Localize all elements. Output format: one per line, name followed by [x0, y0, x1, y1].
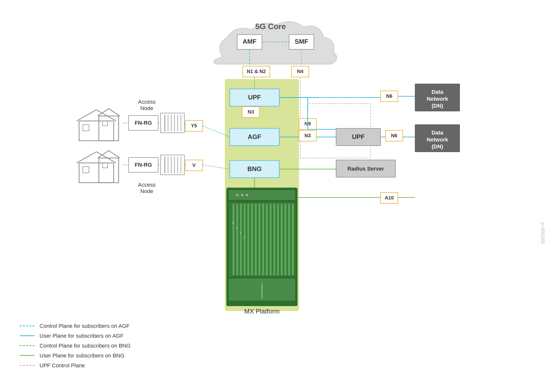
svg-text:BNG: BNG [247, 165, 262, 173]
svg-rect-40 [103, 121, 107, 126]
n1n2-box [243, 66, 270, 77]
fn-rg-2-box [128, 157, 158, 172]
agf-box [230, 128, 279, 146]
house-2-icon [77, 151, 120, 183]
svg-text:Data: Data [431, 130, 443, 136]
svg-rect-42 [99, 158, 119, 183]
svg-text:UPF: UPF [352, 133, 365, 140]
n6-1-box [381, 91, 398, 102]
svg-text:FN-RG: FN-RG [135, 120, 152, 126]
cloud-shape [214, 21, 337, 64]
mx-platform-rect [226, 188, 298, 306]
svg-text:N9: N9 [304, 121, 311, 126]
upf-agf-box [336, 128, 381, 146]
svg-text:AGF: AGF [248, 133, 261, 140]
svg-text:A10: A10 [385, 195, 394, 200]
svg-rect-49 [229, 190, 295, 200]
svg-text:User Plane for subscribers on : User Plane for subscribers on AGF [40, 333, 124, 339]
svg-text:(DN): (DN) [432, 143, 443, 150]
svg-text:Access: Access [138, 182, 156, 188]
watermark-text: jn-000265 [540, 222, 546, 244]
svg-text:UPF: UPF [248, 94, 261, 101]
svg-rect-44 [103, 163, 107, 168]
svg-text:SMF: SMF [295, 38, 308, 45]
svg-text:Network: Network [427, 137, 449, 143]
svg-text:N6: N6 [386, 93, 392, 99]
svg-text:Node: Node [140, 105, 153, 111]
svg-rect-74 [243, 237, 245, 238]
svg-text:Node: Node [140, 188, 153, 194]
svg-rect-43 [83, 167, 89, 173]
svg-text:N6: N6 [391, 133, 397, 138]
n3-upf-box [242, 107, 259, 118]
v-bng-line [203, 165, 230, 169]
svg-text:User Plane for subscribers on : User Plane for subscribers on BNG [40, 353, 125, 359]
svg-text:Access: Access [138, 99, 156, 105]
dn2-box [415, 125, 460, 152]
svg-rect-53 [229, 202, 295, 276]
y5-agf-line [203, 126, 230, 137]
mx-platform-label: MX Platform [244, 308, 279, 315]
svg-text:(DN): (DN) [432, 103, 443, 109]
svg-text:Control Plane for subscribers : Control Plane for subscribers on BNG [40, 343, 130, 349]
svg-text:Control Plane for subscribers : Control Plane for subscribers on AGF [40, 323, 129, 329]
svg-rect-75 [229, 278, 295, 301]
smf-box [289, 35, 314, 49]
a10-box [381, 193, 398, 203]
n9-box [299, 118, 316, 129]
dn1-box [415, 84, 460, 111]
diagram-container: 5G Core AMF SMF N1 & N2 N4 UPF [0, 0, 556, 392]
bng-box [230, 160, 279, 178]
svg-point-51 [241, 194, 243, 196]
svg-rect-73 [240, 232, 241, 234]
bng-a10-line [255, 178, 381, 197]
access-node-2-icon [161, 155, 184, 175]
n4-route-line [300, 77, 309, 158]
svg-point-52 [246, 194, 248, 196]
upf-core-box [230, 89, 279, 106]
svg-rect-71 [232, 222, 234, 224]
svg-rect-41 [79, 163, 114, 183]
svg-text:N4: N4 [297, 69, 303, 74]
svg-text:FN-RG: FN-RG [135, 162, 152, 168]
svg-point-50 [236, 194, 238, 196]
svg-text:V: V [192, 162, 196, 168]
n4-rect-line [309, 104, 371, 158]
house-1-icon [77, 109, 120, 141]
an1-y5-line [184, 123, 185, 126]
svg-rect-72 [236, 227, 237, 229]
svg-text:N3: N3 [304, 133, 311, 138]
svg-text:Y5: Y5 [191, 123, 197, 128]
green-panel [225, 79, 299, 311]
diagram-svg: 5G Core AMF SMF N1 & N2 N4 UPF [0, 0, 556, 392]
v-box [185, 160, 203, 171]
svg-text:UPF Control Plane: UPF Control Plane [40, 362, 85, 369]
n4-box [292, 66, 309, 77]
svg-text:N3: N3 [248, 109, 254, 115]
y5-box [185, 120, 203, 131]
access-node-1-icon [161, 113, 184, 133]
svg-text:Data: Data [431, 89, 443, 95]
n6-2-box [385, 130, 403, 141]
n3-agf-box [299, 130, 316, 141]
svg-text:Radius Server: Radius Server [347, 166, 384, 172]
core-label: 5G Core [255, 22, 286, 31]
svg-rect-38 [99, 116, 119, 141]
radius-box [336, 160, 395, 177]
svg-text:Network: Network [427, 96, 449, 102]
amf-box [237, 35, 262, 49]
fn-rg-1-box [128, 116, 158, 130]
svg-rect-39 [83, 125, 89, 131]
svg-text:N1 & N2: N1 & N2 [247, 69, 266, 74]
svg-rect-37 [79, 121, 114, 141]
svg-text:AMF: AMF [243, 38, 257, 45]
